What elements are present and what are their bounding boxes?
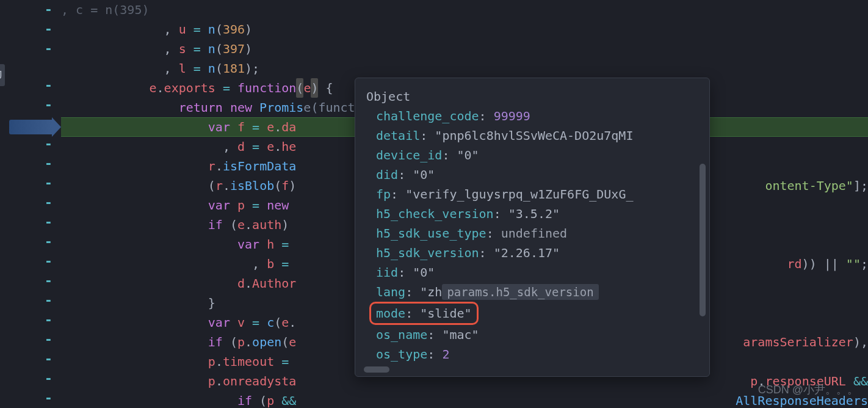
fold-marker[interactable]: - [0, 310, 61, 330]
tooltip-property[interactable]: device_id: "0" [376, 145, 698, 165]
fold-marker[interactable]: - [0, 213, 61, 232]
tooltip-property[interactable]: os_name: "mac" [376, 325, 698, 344]
tooltip-property[interactable]: h5_sdk_version: "2.26.17" [376, 243, 698, 263]
fold-marker[interactable]: - [0, 291, 61, 310]
fold-marker[interactable]: - [0, 349, 61, 369]
fold-marker[interactable]: - [0, 95, 61, 115]
debug-tooltip[interactable]: Object challenge_code: 99999 detail: "pn… [355, 78, 710, 377]
code-line: , l = n(181); [61, 59, 868, 78]
fold-marker[interactable]: - [0, 369, 61, 388]
tooltip-property[interactable]: h5_sdk_use_type: undefined [376, 224, 698, 243]
tooltip-property[interactable]: fp: "verify_lguysrpq_w1ZuF6FG_DUxG_ [376, 184, 698, 204]
fold-marker[interactable]: - [0, 39, 61, 59]
fold-marker[interactable]: - [0, 232, 61, 252]
fold-marker[interactable]: - [0, 20, 61, 39]
fold-marker[interactable] [0, 67, 61, 76]
tooltip-property[interactable]: os_type: 2 [376, 344, 698, 364]
tooltip-header: Object [366, 87, 698, 106]
fold-marker[interactable]: - [0, 76, 61, 95]
tooltip-property[interactable]: iid: "0" [376, 263, 698, 282]
tooltip-property[interactable]: detail: "pnp6lc8hvlSSvWeCA-DO2u7qMI [376, 126, 698, 145]
code-line: , s = n(397) [61, 39, 868, 59]
tooltip-property[interactable]: h5_check_version: "3.5.2" [376, 204, 698, 224]
execution-pointer-icon [0, 117, 61, 137]
tooltip-property[interactable]: challenge_code: 99999 [376, 106, 698, 126]
fold-marker[interactable] [0, 59, 61, 67]
code-line: if (p &&AllResponseHeaders [61, 391, 868, 408]
tooltip-path-label: params.h5_sdk_version [442, 284, 598, 300]
fold-marker[interactable]: - [0, 193, 61, 213]
code-line: , c = n(395) [61, 0, 868, 20]
tooltip-content: Object challenge_code: 99999 detail: "pn… [355, 78, 709, 370]
fold-marker[interactable]: - [0, 134, 61, 154]
watermark: CSDN @小尹。。。 [758, 380, 858, 399]
highlight-box: mode: "slide" [369, 302, 479, 325]
tooltip-hscrollbar[interactable] [364, 366, 389, 373]
code-line: , u = n(396) [61, 20, 868, 39]
tooltip-property-highlighted[interactable]: mode: "slide" [376, 302, 698, 325]
fold-marker[interactable]: - [0, 330, 61, 349]
tooltip-vscrollbar[interactable] [700, 164, 706, 316]
fold-marker[interactable]: - [0, 173, 61, 193]
fold-marker[interactable]: - [0, 154, 61, 173]
fold-marker[interactable]: - [0, 252, 61, 271]
tooltip-property[interactable]: lang: "zhparams.h5_sdk_version [376, 282, 698, 302]
fold-marker[interactable]: - [0, 271, 61, 291]
fold-marker[interactable]: - [0, 388, 61, 408]
editor-gutter: - - - - - - - - - - - - - - - - - - - - [0, 0, 61, 408]
tooltip-property[interactable]: did: "0" [376, 165, 698, 184]
fold-marker[interactable]: - [0, 0, 61, 20]
side-panel-label: vJ [0, 64, 5, 86]
